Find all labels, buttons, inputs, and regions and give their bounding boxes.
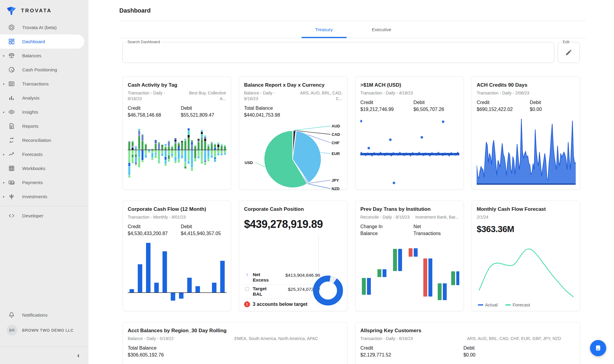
expand-caret-icon[interactable]: ▸ xyxy=(0,153,8,156)
svg-text:JPY: JPY xyxy=(332,178,339,183)
alert-row: !3 accounts below target xyxy=(244,299,320,307)
expand-caret-icon[interactable]: ▸ xyxy=(0,110,8,114)
metric-value: $2,129,771.52 xyxy=(360,351,463,358)
metric-label: Credit xyxy=(360,99,413,106)
metric-label: Credit xyxy=(477,99,530,106)
dashboard-icon xyxy=(8,38,15,45)
card-metrics: Credit$19,212,746.99Debit$6,505,707.26 xyxy=(360,99,459,113)
card-subtitle-left: Transaction - Daily - 8/16/23 xyxy=(128,90,179,102)
chat-launcher-button[interactable] xyxy=(590,340,606,356)
card-monthly-cash-flow-forecast[interactable]: Monthly Cash Flow Forecast2/1/24$363.36M… xyxy=(472,201,580,311)
card-subtitle-left: Transaction - Monthly - 8/01/23 xyxy=(128,214,186,220)
avatar: BR xyxy=(7,325,17,336)
expand-caret-icon[interactable]: ▸ xyxy=(0,54,8,57)
svg-text:AUD: AUD xyxy=(332,124,340,128)
sidebar-item-payments[interactable]: ▸Payments xyxy=(0,175,88,189)
card-balance-report-x-day-x-currency[interactable]: Balance Report x Day x CurrencyBalance -… xyxy=(239,76,347,190)
stat-label: Net Excess xyxy=(253,272,277,283)
card-subtitle-left: 2/1/24 xyxy=(477,214,488,220)
card-allspring-key-customers[interactable]: Allspring Key CustomersTransaction - Dai… xyxy=(355,322,580,364)
metric-label: Credit xyxy=(128,223,181,230)
trovata-ai-icon xyxy=(8,24,15,31)
transactions-icon xyxy=(8,80,15,88)
search-input[interactable] xyxy=(123,42,554,63)
sidebar-item-analysis[interactable]: Analysis xyxy=(0,91,88,105)
dashboard-tabs: Treasury Executive xyxy=(119,21,586,38)
legend-item: Forecast xyxy=(505,302,530,307)
account-row[interactable]: BR BROWN TWO DEMO LLC xyxy=(0,322,88,338)
arrow-up-icon: ↑ xyxy=(244,272,250,277)
edit-label: Edit xyxy=(561,40,571,44)
card-title: Acct Balances by Region_30 Day Rolling xyxy=(128,328,342,334)
1m-ach-usd-chart xyxy=(360,115,459,186)
card-subtitle-left: Transaction - Daily - 8/16/23 xyxy=(360,336,463,342)
card-title: Monthly Cash Flow Forecast xyxy=(477,206,575,212)
chart-legend: ActualForecast xyxy=(477,302,575,307)
search-dashboard-field[interactable]: Search Dashboard xyxy=(122,42,554,63)
sidebar-item-cash-positioning[interactable]: Cash Positioning xyxy=(0,63,88,77)
sidebar-item-transactions[interactable]: ▸Transactions xyxy=(0,77,88,91)
alert-icon: ! xyxy=(244,301,250,307)
toolbar: Search Dashboard Edit xyxy=(119,42,586,63)
collapse-sidebar-icon[interactable]: ‹ xyxy=(77,352,79,359)
sidebar-item-label: Insights xyxy=(22,109,38,115)
sidebar-item-label: Balances xyxy=(22,53,41,58)
legend-swatch xyxy=(478,304,483,306)
expand-caret-icon[interactable]: ▸ xyxy=(0,82,8,85)
cash-positioning-icon xyxy=(8,66,15,73)
card-subtitle-right: Best Buy, Collective A... xyxy=(183,90,226,102)
reconciliation-icon xyxy=(8,137,15,144)
card-big-value: $439,278,919.89 xyxy=(244,218,342,231)
metric-value: $19,212,746.99 xyxy=(360,106,413,113)
sidebar-item-developer[interactable]: Developer xyxy=(0,209,88,223)
card-subtitle-right: EMEA, South America, North America, APAC xyxy=(234,336,346,342)
card-subtitle-right: ARS, AUD, BRL, CAD, C... xyxy=(293,90,342,102)
sidebar-bottom: Notifications BR BROWN TWO DEMO LLC ‹ xyxy=(0,308,88,364)
card-ach-credits-90-days[interactable]: ACH Credits 90 DaysTransaction - Daily -… xyxy=(472,76,580,190)
sidebar-item-dashboard[interactable]: Dashboard xyxy=(0,34,84,49)
brand[interactable]: TROVATA xyxy=(0,0,88,20)
divider xyxy=(119,38,586,38)
prev-day-trans-by-institution-chart xyxy=(360,243,459,307)
metric-label: Credit xyxy=(360,345,463,351)
metric-value: $440,041,753.98 xyxy=(244,112,342,118)
legend-item: Actual xyxy=(478,302,498,307)
sidebar-item-trovata-ai-beta[interactable]: Trovata AI (beta) xyxy=(0,20,88,34)
card-title: ACH Credits 90 Days xyxy=(477,82,575,88)
chat-icon xyxy=(594,344,602,352)
sidebar-item-reports[interactable]: Reports xyxy=(0,119,88,133)
sidebar-collapse-row: ‹ xyxy=(0,347,88,364)
card-1m-ach-usd[interactable]: >$1M ACH (USD)Transaction - Daily - 4/18… xyxy=(355,76,464,190)
metric: Credit$2,129,771.52 xyxy=(360,345,463,358)
metric-label: Debit xyxy=(181,105,226,112)
sidebar-item-label: Workbooks xyxy=(22,166,45,171)
tab-treasury[interactable]: Treasury xyxy=(295,21,353,38)
card-subtitle: Transaction - Daily - 2/06/23 xyxy=(477,90,575,96)
sidebar-item-label: Cash Positioning xyxy=(22,67,57,73)
card-prev-day-trans-by-institution[interactable]: Prev Day Trans by InstitutionReconcile -… xyxy=(355,201,464,311)
metric-label: Debit xyxy=(463,345,575,351)
sidebar-item-workbooks[interactable]: Workbooks xyxy=(0,161,88,175)
sidebar-item-forecasts[interactable]: ▸Forecasts xyxy=(0,147,88,161)
cash-position-donut-chart xyxy=(312,275,344,307)
card-cash-activity-by-tag[interactable]: Cash Activity by TagTransaction - Daily … xyxy=(123,76,231,190)
expand-caret-icon[interactable]: ▸ xyxy=(0,195,8,198)
sidebar-item-insights[interactable]: ▸Insights xyxy=(0,105,88,119)
sidebar-item-label: Forecasts xyxy=(22,152,43,157)
tab-executive[interactable]: Executive xyxy=(353,21,410,38)
card-acct-balances-by-region-30-day-rolling[interactable]: Acct Balances by Region_30 Day RollingBa… xyxy=(123,322,347,364)
metric: Debit$0.00 xyxy=(463,345,575,358)
reports-icon xyxy=(8,123,15,130)
card-corporate-cash-position[interactable]: Corporate Cash Position$439,278,919.89↑N… xyxy=(239,201,347,311)
metric-label: Debit xyxy=(181,223,226,230)
card-metrics: Credit$2,129,771.52Debit$0.00 xyxy=(360,345,575,358)
sidebar-item-balances[interactable]: ▸Balances xyxy=(0,49,88,63)
card-corporate-cash-flow-12-month[interactable]: Corporate Cash Flow (12 Month)Transactio… xyxy=(123,201,231,311)
sidebar-item-reconciliation[interactable]: Reconciliation xyxy=(0,133,88,147)
edit-dashboard-button[interactable]: Edit xyxy=(558,42,580,63)
legend-swatch xyxy=(505,304,511,306)
sidebar-item-investments[interactable]: ▸Investments xyxy=(0,189,88,204)
card-title: Corporate Cash Position xyxy=(244,206,342,212)
sidebar-item-notifications[interactable]: Notifications xyxy=(0,308,88,322)
expand-caret-icon[interactable]: ▸ xyxy=(0,181,8,184)
